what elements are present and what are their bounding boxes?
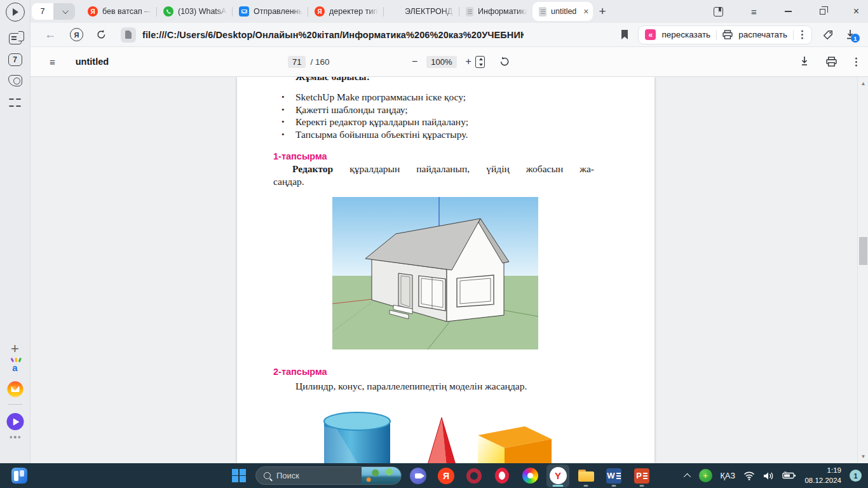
fit-page-icon[interactable] — [475, 56, 485, 68]
window-controls: ≡ × — [714, 6, 868, 17]
wifi-icon[interactable] — [743, 471, 755, 480]
tab-counter-value: 7 — [32, 3, 53, 20]
tab-label: Информатика — [478, 7, 527, 16]
yandex-mail-icon[interactable] — [7, 381, 23, 397]
print-pdf-icon[interactable] — [826, 57, 837, 67]
powerpoint-app[interactable]: P — [630, 464, 653, 487]
page-actions: « пересказать распечатать — [638, 25, 812, 44]
teams-app[interactable] — [407, 464, 430, 487]
time: 1:19 — [804, 466, 841, 476]
taskbar-center: Поиск Я Y W P — [227, 464, 653, 487]
scroll-down-icon[interactable]: ▼ — [858, 454, 868, 459]
yandex-app[interactable]: Я — [435, 464, 458, 487]
close-window-icon[interactable]: × — [853, 6, 859, 17]
alice-assistant-icon[interactable] — [6, 413, 24, 430]
volume-icon[interactable] — [763, 471, 774, 480]
tray-expand-icon[interactable] — [683, 473, 690, 480]
keyboard-layout[interactable]: ҚАЗ — [721, 471, 736, 480]
url-text[interactable]: file:///C:/Users/6/Desktop/Онлайын%20кіт… — [142, 30, 524, 40]
yandex-browser-icon: Y — [550, 467, 567, 484]
scrollbar[interactable]: ▲ ▼ — [857, 77, 868, 463]
bookmark-flag-icon[interactable] — [620, 29, 629, 40]
notification-badge[interactable]: 1 — [850, 470, 862, 482]
word-app[interactable]: W — [602, 464, 625, 487]
reload-icon[interactable] — [96, 29, 107, 40]
tab-counter[interactable]: 7 — [32, 3, 75, 20]
zoom-level[interactable]: 100% — [426, 56, 456, 68]
tabs-count-icon[interactable]: 7 — [8, 53, 22, 66]
file-explorer-app[interactable] — [574, 464, 597, 487]
minimize-icon[interactable] — [785, 11, 792, 12]
start-button[interactable] — [227, 464, 250, 487]
scroll-up-icon[interactable]: ▲ — [858, 81, 868, 86]
opera-gx-icon — [466, 468, 482, 484]
battery-icon[interactable] — [782, 471, 796, 480]
powerpoint-icon: P — [634, 468, 649, 484]
hand-extension-icon[interactable]: а — [12, 362, 17, 373]
screenshot-icon[interactable] — [8, 75, 22, 86]
download-pdf-icon[interactable] — [799, 56, 810, 67]
tab-mail-sent[interactable]: Отправленные — [233, 2, 308, 21]
rotate-icon[interactable] — [499, 56, 510, 67]
yandex-home-icon[interactable]: Я — [70, 28, 83, 41]
sidebar-add-icon[interactable]: + — [11, 341, 19, 357]
folder-icon — [578, 470, 594, 482]
yandex-browser-app-active[interactable]: Y — [546, 464, 569, 487]
feed-icon[interactable] — [9, 33, 22, 44]
new-tab-button[interactable]: + — [599, 4, 606, 18]
page-indicator: 71 / 160 — [288, 56, 330, 68]
summarize-button[interactable]: пересказать — [661, 30, 710, 39]
browser-sidebar: 7 + а — [0, 0, 31, 463]
tab-bev-vatsap[interactable]: Я бев ватсап — Я — [81, 2, 156, 21]
file-icon — [121, 27, 136, 43]
media-play-icon[interactable] — [6, 3, 25, 22]
zoom-out-icon[interactable]: − — [412, 56, 417, 67]
widgets-button[interactable] — [8, 464, 31, 487]
browser-menu-icon[interactable]: ≡ — [751, 6, 757, 17]
list-item: SketchUp Make программасын іске қосу; — [281, 91, 468, 104]
pdf-toolbar: ≡ untitled 71 / 160 − 100% + — [31, 47, 868, 77]
divider — [793, 30, 794, 40]
task1-heading: 1-тапсырма — [273, 151, 327, 161]
sidebar-more-icon[interactable] — [10, 436, 20, 438]
tab-label: бев ватсап — Я — [102, 7, 151, 16]
tab-whatsapp[interactable]: (103) WhatsApp — [157, 2, 232, 21]
back-icon[interactable]: ← — [44, 28, 56, 41]
search-daily-image[interactable] — [362, 466, 401, 485]
tab-derekter[interactable]: Я деректер типі — [308, 2, 383, 21]
pdf-more-icon[interactable] — [855, 61, 857, 63]
tab-label: (103) WhatsApp — [178, 7, 227, 16]
services-grid-icon[interactable] — [9, 97, 22, 109]
running-app-indicator — [584, 485, 588, 487]
summarize-icon: « — [645, 29, 656, 40]
opera-app[interactable] — [491, 464, 513, 487]
tab-electrondy[interactable]: ЭЛЕКТРОНДЫ — [384, 2, 459, 21]
restore-window-icon[interactable] — [820, 9, 825, 15]
document-page: Жұмыс барысы: SketchUp Make программасын… — [237, 77, 654, 463]
current-page-input[interactable]: 71 — [288, 56, 306, 68]
video-chat-icon — [410, 468, 426, 484]
browser-swirl-app[interactable] — [519, 464, 541, 487]
extension-tag-icon[interactable] — [822, 29, 834, 41]
system-tray: + ҚАЗ 1:19 08.12.2024 1 — [686, 466, 862, 485]
chevron-down-icon[interactable] — [53, 3, 75, 20]
bookmarks-panel-icon[interactable] — [714, 7, 723, 17]
scrollbar-thumb[interactable] — [859, 237, 867, 265]
tab-untitled-active[interactable]: untitled × — [532, 2, 593, 21]
tab-informatika[interactable]: Информатика — [459, 2, 532, 21]
clock[interactable]: 1:19 08.12.2024 — [804, 466, 841, 485]
downloads-icon[interactable]: 1 — [845, 29, 855, 40]
printer-icon — [722, 30, 733, 39]
divider — [716, 30, 717, 40]
more-actions-icon[interactable] — [801, 34, 803, 36]
taskbar-search[interactable]: Поиск — [255, 466, 402, 485]
zoom-in-icon[interactable]: + — [466, 56, 471, 67]
close-tab-icon[interactable]: × — [583, 6, 588, 17]
task1-bold-word: Редактор — [292, 163, 333, 174]
print-button[interactable]: распечатать — [738, 30, 787, 39]
antivirus-icon[interactable]: + — [699, 469, 712, 482]
pdf-menu-icon[interactable]: ≡ — [50, 57, 55, 67]
opera-gx-app[interactable] — [463, 464, 485, 487]
swirl-browser-icon — [522, 468, 538, 484]
windows-taskbar: Поиск Я Y W P + ҚАЗ — [0, 463, 868, 488]
